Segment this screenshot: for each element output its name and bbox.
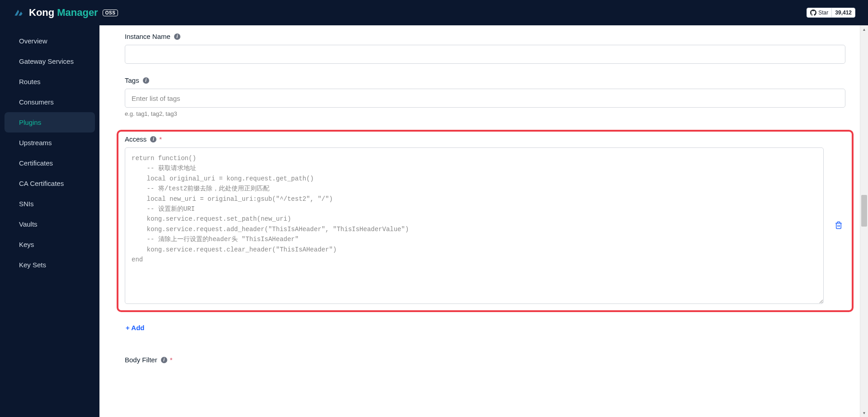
logo-kong: Kong — [29, 7, 54, 19]
sidebar-item-certificates[interactable]: Certificates — [5, 153, 95, 173]
sidebar-item-ca-certificates[interactable]: CA Certificates — [5, 173, 95, 194]
github-star-button[interactable]: Star — [807, 8, 832, 17]
access-highlighted-region: Access i * — [117, 130, 854, 312]
instance-name-input[interactable] — [125, 45, 845, 64]
add-access-button[interactable]: + Add — [125, 321, 146, 334]
info-icon[interactable]: i — [174, 33, 180, 40]
tags-label: Tags — [125, 76, 139, 84]
sidebar-item-snis[interactable]: SNIs — [5, 194, 95, 214]
scroll-up-arrow[interactable]: ▲ — [860, 25, 868, 33]
sidebar-item-consumers[interactable]: Consumers — [5, 92, 95, 112]
scrollbar[interactable]: ▲ ▼ — [860, 25, 868, 417]
scroll-thumb[interactable] — [861, 195, 867, 227]
info-icon[interactable]: i — [150, 136, 156, 142]
oss-badge: OSS — [103, 9, 118, 16]
sidebar-item-vaults[interactable]: Vaults — [5, 214, 95, 234]
access-code-textarea[interactable] — [125, 147, 824, 304]
scroll-down-arrow[interactable]: ▼ — [860, 409, 868, 417]
app-header: Kong Manager OSS Star 39,412 — [0, 0, 868, 25]
info-icon[interactable]: i — [143, 77, 149, 84]
main-area: Instance Name i Tags i e.g. tag1, tag2, … — [99, 25, 868, 417]
required-mark: * — [159, 135, 162, 143]
sidebar-item-keys[interactable]: Keys — [5, 234, 95, 255]
tags-input[interactable] — [125, 89, 845, 108]
delete-access-button[interactable] — [832, 218, 845, 233]
sidebar-item-upstreams[interactable]: Upstreams — [5, 133, 95, 153]
logo-text: Kong Manager — [29, 7, 98, 19]
access-label: Access — [125, 135, 146, 143]
tags-hint: e.g. tag1, tag2, tag3 — [125, 110, 845, 117]
trash-icon — [835, 221, 843, 229]
logo-manager: Manager — [57, 7, 98, 19]
github-star-count: 39,412 — [832, 9, 855, 16]
github-star[interactable]: Star 39,412 — [807, 8, 855, 18]
github-icon — [810, 9, 816, 16]
form-content: Instance Name i Tags i e.g. tag1, tag2, … — [99, 25, 860, 417]
github-star-label: Star — [818, 9, 828, 16]
sidebar-item-gateway-services[interactable]: Gateway Services — [5, 51, 95, 71]
field-tags: Tags i e.g. tag1, tag2, tag3 — [125, 76, 845, 117]
sidebar-item-overview[interactable]: Overview — [5, 31, 95, 51]
sidebar-item-routes[interactable]: Routes — [5, 71, 95, 92]
body-filter-label: Body Filter — [125, 356, 157, 364]
kong-logo-icon — [13, 7, 24, 19]
required-mark: * — [170, 356, 173, 364]
instance-name-label: Instance Name — [125, 33, 170, 40]
sidebar-item-plugins[interactable]: Plugins — [5, 112, 95, 133]
field-instance-name: Instance Name i — [125, 33, 845, 64]
info-icon[interactable]: i — [161, 357, 167, 363]
sidebar-item-key-sets[interactable]: Key Sets — [5, 255, 95, 275]
logo-area: Kong Manager OSS — [13, 7, 118, 19]
sidebar: Overview Gateway Services Routes Consume… — [0, 25, 99, 417]
